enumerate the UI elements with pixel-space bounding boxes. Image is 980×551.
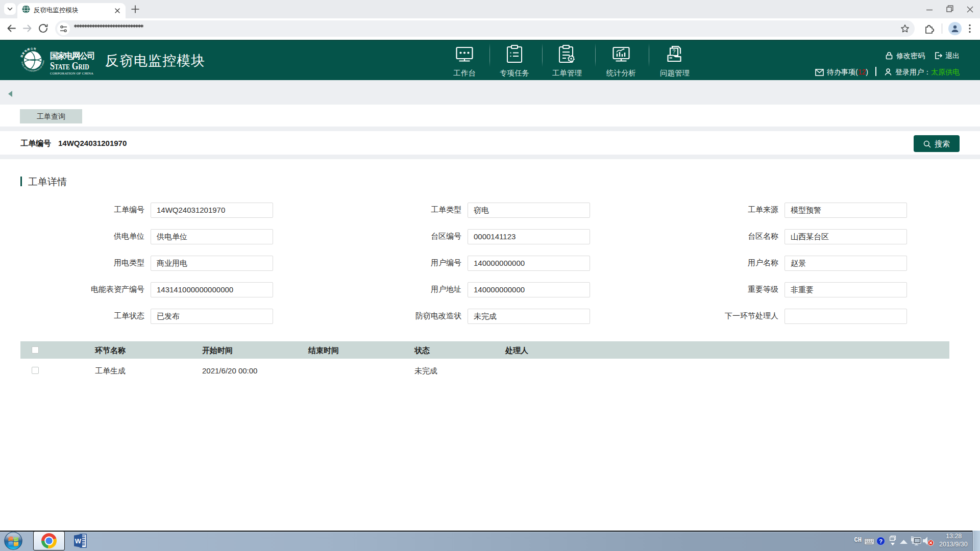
svg-text:?: ?	[673, 48, 676, 55]
svg-text:?: ?	[879, 538, 883, 544]
svg-text:W: W	[75, 537, 82, 545]
